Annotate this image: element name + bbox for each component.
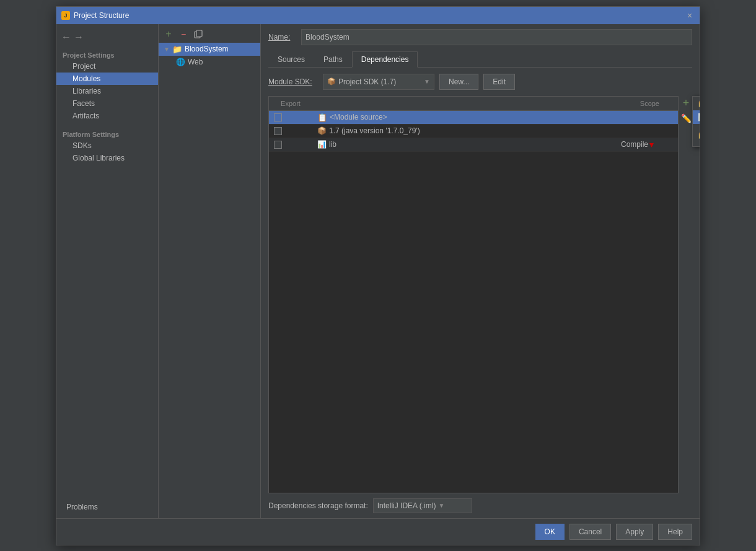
table-header: Export Scope xyxy=(269,97,678,111)
cancel-button[interactable]: Cancel xyxy=(569,524,611,540)
close-button[interactable]: × xyxy=(685,11,695,20)
dropdown-item-jars[interactable]: 📁 1 JARs or directories... xyxy=(693,97,700,110)
help-button[interactable]: Help xyxy=(658,524,692,540)
dep-name-2: 1.7 (java version '1.7.0_79') xyxy=(329,126,420,135)
back-button[interactable]: ← xyxy=(61,32,71,43)
sdk-select[interactable]: 📦 Project SDK (1.7) ▼ xyxy=(323,74,434,90)
sdk-dropdown-arrow-icon: ▼ xyxy=(424,78,430,85)
dialog-title: Project Structure xyxy=(74,11,129,20)
name-row: Name: xyxy=(268,29,692,45)
sidebar-item-libraries[interactable]: Libraries xyxy=(56,85,158,97)
nav-buttons: ← → xyxy=(61,32,84,43)
td-scope-3: Compile ▾ xyxy=(616,138,678,151)
sdk-icon: 📦 xyxy=(327,77,336,86)
table-row[interactable]: 📋 <Module source> xyxy=(269,111,678,125)
module-tree-panel: + − ▼ 📁 BloodSystem 🌐 Web xyxy=(159,24,261,518)
sidebar-item-problems[interactable]: Problems xyxy=(56,501,158,513)
export-checkbox-1[interactable] xyxy=(274,113,282,121)
title-bar-left: J Project Structure xyxy=(61,11,129,20)
storage-row: Dependencies storage format: IntelliJ ID… xyxy=(268,498,692,513)
td-name-1: 📋 <Module source> xyxy=(312,112,616,123)
td-scope-2 xyxy=(616,130,678,132)
library-icon: 📊 xyxy=(698,113,700,121)
tree-toolbar: + − xyxy=(159,24,260,43)
scope-dropdown-3[interactable]: Compile ▾ xyxy=(621,139,673,149)
sidebar-item-project[interactable]: Project xyxy=(56,60,158,73)
table-row[interactable]: 📊 lib Compile ▾ xyxy=(269,138,678,152)
platform-settings-label: Platform Settings xyxy=(56,127,158,139)
sidebar-item-facets[interactable]: Facets xyxy=(56,97,158,110)
sdk-value: Project SDK (1.7) xyxy=(338,77,421,86)
tab-paths[interactable]: Paths xyxy=(314,51,352,67)
ok-button[interactable]: OK xyxy=(535,524,565,540)
th-export: Export xyxy=(269,99,312,108)
tab-dependencies[interactable]: Dependencies xyxy=(352,51,418,68)
module-dep-icon: 📁 xyxy=(698,131,700,139)
project-structure-dialog: J Project Structure × ← → Project Settin… xyxy=(56,6,700,545)
dependencies-section: Export Scope 📋 <Module source> xyxy=(268,96,692,493)
copy-module-button[interactable] xyxy=(192,28,204,40)
td-name-2: 📦 1.7 (java version '1.7.0_79') xyxy=(312,125,616,136)
add-dependency-dropdown: 📁 1 JARs or directories... 📊 2 Library..… xyxy=(692,96,700,147)
sidebar: ← → Project Settings Project Modules Lib… xyxy=(56,24,159,518)
tree-item-web[interactable]: 🌐 Web xyxy=(159,56,260,68)
storage-label: Dependencies storage format: xyxy=(268,501,368,510)
tree-arrow-bloodsystem: ▼ xyxy=(164,46,170,53)
add-dependency-button[interactable]: + xyxy=(680,97,692,110)
new-sdk-button[interactable]: New... xyxy=(439,74,478,90)
remove-dependency-button[interactable]: ✏️ xyxy=(680,112,692,125)
sidebar-item-sdks[interactable]: SDKs xyxy=(56,139,158,152)
app-icon: J xyxy=(61,11,70,20)
sidebar-item-artifacts[interactable]: Artifacts xyxy=(56,110,158,122)
sdk-label: Module SDK: xyxy=(268,77,318,86)
module-tabs: Sources Paths Dependencies xyxy=(268,51,692,68)
jars-icon: 📁 xyxy=(698,99,700,108)
remove-module-button[interactable]: − xyxy=(177,28,190,40)
dependencies-table: Export Scope 📋 <Module source> xyxy=(268,96,679,493)
tab-sources[interactable]: Sources xyxy=(268,51,314,67)
sidebar-toolbar: ← → xyxy=(56,29,158,45)
export-checkbox-2[interactable] xyxy=(274,127,282,135)
table-action-buttons: + ✏️ 📁 1 JARs or directories... 📊 2 Libr… xyxy=(679,96,692,125)
scope-value-3: Compile xyxy=(621,140,648,149)
module-settings-panel: Name: Sources Paths Dependencies Module … xyxy=(261,24,700,518)
scope-dropdown-arrow-icon: ▾ xyxy=(649,139,654,149)
storage-select[interactable]: IntelliJ IDEA (.iml) ▼ xyxy=(373,498,472,513)
dep-name-1: <Module source> xyxy=(330,113,387,121)
dep-name-3: lib xyxy=(329,140,336,149)
sidebar-item-global-libraries[interactable]: Global Libraries xyxy=(56,152,158,164)
td-export-2 xyxy=(269,126,312,136)
th-scope: Scope xyxy=(616,99,678,108)
dropdown-item-module-dep[interactable]: 📁 3 Module Dependency... xyxy=(693,124,700,146)
lib-icon: 📊 xyxy=(317,140,327,149)
dropdown-item-library[interactable]: 📊 2 Library... xyxy=(693,110,700,124)
td-scope-1 xyxy=(616,116,678,118)
td-export-1 xyxy=(269,112,312,123)
sdk-row: Module SDK: 📦 Project SDK (1.7) ▼ New...… xyxy=(268,74,692,90)
edit-sdk-button[interactable]: Edit xyxy=(483,74,515,90)
export-checkbox-3[interactable] xyxy=(274,141,282,149)
storage-value: IntelliJ IDEA (.iml) xyxy=(377,501,436,510)
td-name-3: 📊 lib xyxy=(312,139,616,150)
forward-button[interactable]: → xyxy=(74,32,84,43)
bottom-bar: OK Cancel Apply Help xyxy=(56,518,700,545)
module-folder-icon: 📁 xyxy=(172,45,182,54)
apply-button[interactable]: Apply xyxy=(616,524,653,540)
tree-label-web: Web xyxy=(188,58,203,66)
add-module-button[interactable]: + xyxy=(162,28,175,40)
module-source-icon: 📋 xyxy=(317,113,327,122)
sdk-dep-icon: 📦 xyxy=(317,126,327,135)
name-label: Name: xyxy=(268,33,296,42)
svg-rect-1 xyxy=(196,30,202,37)
storage-dropdown-arrow-icon: ▼ xyxy=(438,502,444,509)
td-export-3 xyxy=(269,139,312,150)
module-name-input[interactable] xyxy=(301,29,692,45)
project-settings-label: Project Settings xyxy=(56,48,158,60)
tree-label-bloodsystem: BloodSystem xyxy=(185,45,229,53)
tree-item-bloodsystem[interactable]: ▼ 📁 BloodSystem xyxy=(159,43,260,56)
sidebar-item-modules[interactable]: Modules xyxy=(56,73,158,85)
web-icon: 🌐 xyxy=(176,58,185,66)
th-name xyxy=(312,99,616,108)
table-row[interactable]: 📦 1.7 (java version '1.7.0_79') xyxy=(269,125,678,138)
main-content-area: ← → Project Settings Project Modules Lib… xyxy=(56,24,700,518)
